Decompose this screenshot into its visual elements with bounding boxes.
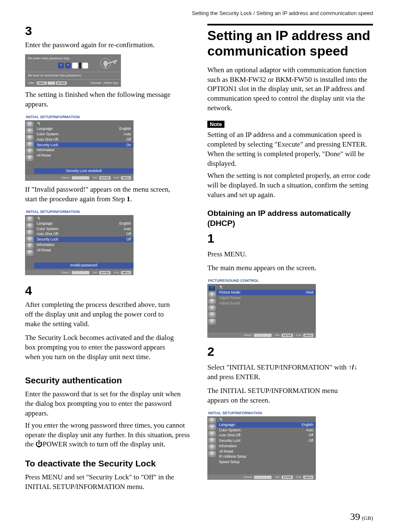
osd-footer: Select : ↑↓←→ Set : ENTER Exit : MENU xyxy=(207,332,316,338)
note-p2: When the setting is not completed proper… xyxy=(207,171,373,200)
osd-row: Adjust Picture xyxy=(219,295,313,301)
osd-status: Invalid password! xyxy=(34,263,134,268)
osd-icon-strip xyxy=(25,120,34,175)
s1-l2: The main menu appears on the screen. xyxy=(207,263,360,273)
step-2: 2 Select "INITIAL SETUP/INFORMATION" wit… xyxy=(207,345,373,484)
osd-row: Color System:Auto xyxy=(37,132,131,137)
osd-footer: Select : ↑↓←→ Set : ENTER Exit : MENU xyxy=(207,474,316,480)
osd-picture-sound: PICTURE/SOUND CONTROL ↰ xyxy=(207,277,316,338)
pw-upper: Re-enter new password key. * * xyxy=(25,55,121,72)
pw-cursor xyxy=(79,63,81,68)
osd-footer: Select : ↑↓←→ Set : ENTER Exit : MENU xyxy=(25,175,134,180)
step3-after1: The setting is finished when the followi… xyxy=(25,90,178,109)
osd-row: Color System:Auto xyxy=(219,428,313,433)
step-4: 4 After completing the process described… xyxy=(25,284,191,366)
osd-row: Information xyxy=(37,242,131,248)
pw-key-1: * xyxy=(58,63,64,68)
pw-use: Use : MENU ↑↓ ENTER xyxy=(28,81,67,86)
osd-row-highlight: Security Lock:On xyxy=(34,142,134,148)
osd-icon-5 xyxy=(208,444,216,450)
osd-icon-2 xyxy=(26,223,33,229)
step-body: After completing the process described a… xyxy=(25,298,178,366)
step-body: Press MENU. The main menu appears on the… xyxy=(207,246,360,342)
osd-icon-6 xyxy=(208,451,216,457)
step-number: 1 xyxy=(207,231,219,246)
osd-panel-enabled: INITIAL SETUP/INFORMATION xyxy=(25,114,134,181)
step-number: 3 xyxy=(25,24,37,38)
secauth-p2: If you enter the wrong password three ti… xyxy=(25,421,191,450)
columns: 3 Enter the password again for re-confir… xyxy=(25,24,373,494)
heading-security-auth: Security authentication xyxy=(25,375,191,385)
note-badge: Note xyxy=(207,121,224,128)
osd-icon-3 xyxy=(208,299,216,304)
osd-row: Color System:Auto xyxy=(37,226,131,232)
osd-content: ↰ Language:English Color System:Auto Aut… xyxy=(34,215,134,270)
osd-title: INITIAL SETUP/INFORMATION xyxy=(25,208,134,215)
osd-icon-4 xyxy=(208,438,216,443)
note-p1: Setting of an IP address and a communica… xyxy=(207,130,373,169)
pw-key-4 xyxy=(82,63,88,68)
osd-title: PICTURE/SOUND CONTROL xyxy=(207,277,316,284)
osd-row: All Reset xyxy=(37,153,131,158)
step-body: Select "INITIAL SETUP/INFORMATION" with … xyxy=(207,359,360,484)
svg-rect-2 xyxy=(105,65,106,68)
s1-l1: Press MENU. xyxy=(207,250,360,259)
pw-line2: Be sure to remember this password. xyxy=(28,73,118,78)
osd-icon-4 xyxy=(26,236,33,242)
step4-p2: The Security Lock becomes activated and … xyxy=(25,333,178,362)
pw-lower2: Use : MENU ↑↓ ENTER Cancel : Other key xyxy=(25,79,121,87)
page-num: 39 xyxy=(350,511,360,522)
subheading-dhcp: Obtaining an IP address automatically (D… xyxy=(207,208,373,228)
pw-lower: Be sure to remember this password. xyxy=(25,72,121,79)
pw-key-3 xyxy=(72,63,78,68)
osd-icon-6 xyxy=(26,250,33,256)
s2-l1: Select "INITIAL SETUP/INFORMATION" with … xyxy=(207,363,360,382)
osd-row: IP Address Setup xyxy=(219,454,313,459)
osd-icon-1 xyxy=(208,285,216,291)
step-number: 4 xyxy=(25,284,37,298)
osd-icon-5 xyxy=(26,243,33,249)
osd-status: Security Lock enabled! xyxy=(34,168,134,174)
title-rule xyxy=(207,24,373,25)
osd-title: INITIAL SETUP/INFORMATION xyxy=(25,114,134,120)
step-1: 1 Press MENU. The main menu appears on t… xyxy=(207,231,373,342)
osd-row: Security Lock:Off xyxy=(219,438,313,443)
osd-row: Language:English xyxy=(37,221,131,226)
osd-icon-strip xyxy=(207,416,217,474)
osd-icon-strip xyxy=(207,284,217,332)
osd-icon-1 xyxy=(26,122,33,127)
page-suffix: (GB) xyxy=(362,515,373,521)
osd-icon-3 xyxy=(208,431,216,437)
back-icon: ↰ xyxy=(219,418,313,422)
osd-icon-5 xyxy=(26,148,33,154)
step-body: Enter the password again for re-confirma… xyxy=(25,38,178,279)
step-number: 2 xyxy=(207,345,219,359)
osd-content: ↰ Language:English Color System:Auto Aut… xyxy=(217,416,316,474)
page-number: 39 (GB) xyxy=(25,511,373,522)
osd-row: Adjust Sound xyxy=(219,301,313,306)
osd-row-highlight: Language:English xyxy=(217,422,316,428)
osd-icon-6 xyxy=(208,319,216,324)
step3-after2: If "Invalid password!" appears on the me… xyxy=(25,185,178,204)
heading-deactivate: To deactivate the Security Lock xyxy=(25,459,191,469)
osd-row: All Reset xyxy=(219,449,313,454)
osd-icon-strip xyxy=(25,215,34,270)
osd-row-highlight: Security Lock:Off xyxy=(34,237,134,242)
up-down-arrow-icon: ↑/↓ xyxy=(348,363,358,371)
osd-footer: Select : ↑↓←→ Set : ENTER Exit : MENU xyxy=(25,270,134,275)
running-header: Setting the Security Lock / Setting an I… xyxy=(25,10,373,16)
osd-icon-1 xyxy=(26,216,33,222)
osd-icon-3 xyxy=(26,135,33,141)
osd-icon-2 xyxy=(208,292,216,298)
back-icon: ↰ xyxy=(37,122,131,126)
osd-row: Auto Shut Off:Off xyxy=(37,137,131,142)
osd-icon-4 xyxy=(26,142,33,147)
osd-row: Information xyxy=(37,147,131,153)
osd-icon-1 xyxy=(208,418,216,423)
osd-content: ↰ Picture Mode:Vivid Adjust Picture Adju… xyxy=(217,284,316,332)
osd-icon-2 xyxy=(208,424,216,430)
osd-icon-3 xyxy=(26,230,33,236)
back-icon: ↰ xyxy=(37,216,131,221)
osd-row: Auto Shut Off:Off xyxy=(219,433,313,438)
osd-title: INITIAL SETUP/INFORMATION xyxy=(207,410,316,416)
